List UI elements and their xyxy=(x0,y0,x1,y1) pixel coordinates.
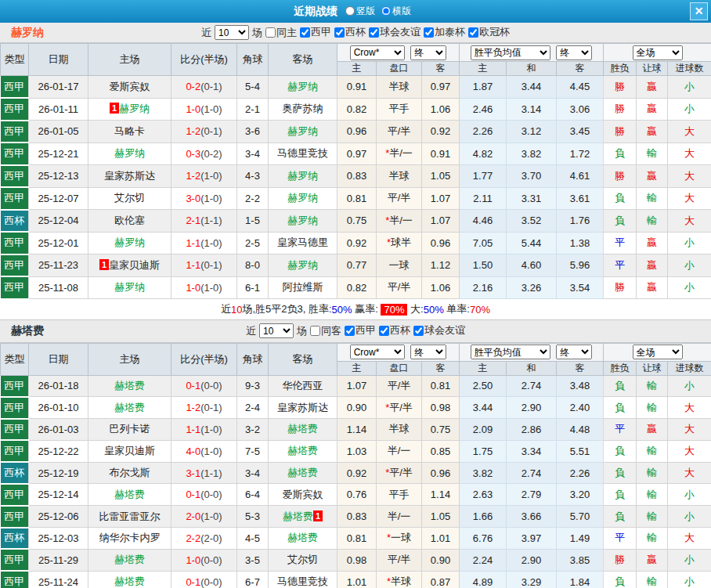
cell-handicap: 平手 xyxy=(377,484,422,506)
competition-filter[interactable]: 西杯 xyxy=(334,25,366,39)
competition-filter[interactable]: 球会友谊 xyxy=(413,323,465,337)
cell-date: 25-11-29 xyxy=(29,549,88,571)
final-avg-select[interactable]: 终 xyxy=(556,345,592,359)
final-odds-select[interactable]: 终 xyxy=(410,45,446,60)
cell-home-team: 赫塔费 xyxy=(88,549,171,571)
scope-select-cell: 全场 xyxy=(604,44,711,62)
cell-cover-result: 輸 xyxy=(637,397,668,419)
handicap-value: 平/半 xyxy=(389,402,413,413)
cell-home-odds: 0.77 xyxy=(337,254,377,277)
competition-filter[interactable]: 西杯 xyxy=(379,323,410,337)
cell-away-odds: 1.05 xyxy=(422,165,460,188)
avg-type-select[interactable]: 胜平负均值 xyxy=(471,345,550,359)
cell-away-odds: 0.85 xyxy=(422,440,460,462)
fulltime-score: 0-1 xyxy=(186,380,200,391)
halftime-score: (0-1) xyxy=(200,125,222,137)
cell-home-team: 赫塔费 xyxy=(88,375,171,397)
cell-cover-result: 贏 xyxy=(637,165,668,188)
avg-select-cell: 胜平负均值 终 xyxy=(460,343,604,361)
scope-select[interactable]: 全场 xyxy=(633,45,683,60)
close-icon[interactable]: ✕ xyxy=(690,2,708,20)
odds-company-select[interactable]: Crow* xyxy=(350,45,405,60)
competition-checkbox[interactable] xyxy=(300,27,310,38)
cell-score: 1-0(0-0) xyxy=(171,549,237,571)
halftime-score: (1-0) xyxy=(200,424,222,435)
cell-score: 3-1(1-1) xyxy=(171,462,237,484)
cell-date: 25-11-08 xyxy=(29,276,88,299)
odds-company-select[interactable]: Crow* xyxy=(350,345,405,359)
competition-filter[interactable]: 加泰杯 xyxy=(424,25,465,39)
match-count-select[interactable]: 10 xyxy=(215,25,249,40)
cell-avg-away: 5.51 xyxy=(557,440,604,462)
cell-goals-result: 大 xyxy=(668,165,711,188)
cell-avg-draw: 3.70 xyxy=(507,165,557,188)
rank-badge: 1 xyxy=(313,510,323,521)
fulltime-score: 0-1 xyxy=(186,576,200,588)
col-odds-away: 客 xyxy=(422,62,460,76)
competition-label: 欧冠杯 xyxy=(479,25,510,39)
cell-cover-result: 輸 xyxy=(637,528,668,550)
same-venue-filter[interactable]: 同客 xyxy=(310,324,341,338)
cell-score: 0-3(0-2) xyxy=(171,142,237,165)
cell-competition-type: 西杯 xyxy=(1,462,29,484)
away-team-name: 艾尔切 xyxy=(287,554,318,565)
home-team-name: 马略卡 xyxy=(114,125,145,137)
match-row: 西甲 25-11-24 赫塔费 0-1(0-0) 6-7 马德里竞技 1.01 … xyxy=(1,571,711,588)
final-odds-select[interactable]: 终 xyxy=(410,345,446,359)
same-venue-checkbox[interactable] xyxy=(310,326,320,336)
competition-filter[interactable]: 西甲 xyxy=(345,323,376,337)
filter-suffix-label: 场 xyxy=(252,26,262,40)
layout-mode-radio[interactable] xyxy=(381,6,391,16)
cell-home-odds: 0.92 xyxy=(337,232,377,254)
cell-score: 0-1(0-0) xyxy=(171,571,237,588)
away-team-name: 赫塔费 xyxy=(287,423,318,435)
filter-suffix-label: 场 xyxy=(297,324,307,338)
layout-mode-radio[interactable] xyxy=(345,6,355,16)
competition-filter[interactable]: 欧冠杯 xyxy=(468,25,510,39)
same-venue-checkbox[interactable] xyxy=(265,27,276,38)
home-team-name: 赫塔费 xyxy=(114,402,145,413)
match-count-select[interactable]: 10 xyxy=(259,323,294,338)
final-avg-select[interactable]: 终 xyxy=(556,45,592,60)
cell-score: 1-0(1-0) xyxy=(171,98,237,121)
layout-mode-label: 竖版 xyxy=(356,5,375,18)
competition-filter[interactable]: 球会友谊 xyxy=(369,25,420,39)
home-team-name: 赫罗纳 xyxy=(114,236,145,248)
cell-handicap: *平/半 xyxy=(377,397,422,419)
cell-home-odds: 1.14 xyxy=(337,419,377,441)
cell-competition-type: 西甲 xyxy=(1,440,29,462)
cell-goals-result: 大 xyxy=(668,187,711,210)
competition-checkbox[interactable] xyxy=(468,27,478,38)
scope-select[interactable]: 全场 xyxy=(633,345,683,359)
match-row: 西甲 26-01-10 赫塔费 1-2(0-1) 2-4 皇家苏斯达 0.90 … xyxy=(1,397,711,419)
competition-filter[interactable]: 西甲 xyxy=(300,25,331,39)
halftime-score: (0-0) xyxy=(200,489,222,500)
same-venue-filter[interactable]: 同主 xyxy=(265,26,297,40)
layout-mode-label: 横版 xyxy=(392,5,411,18)
cell-away-odds: 0.98 xyxy=(422,397,460,419)
competition-checkbox[interactable] xyxy=(369,27,379,38)
avg-type-select[interactable]: 胜平负均值 xyxy=(471,45,550,60)
cell-away-team: 华伦西亚 xyxy=(269,375,337,397)
home-team-name: 赫塔费 xyxy=(114,489,145,500)
competition-checkbox[interactable] xyxy=(413,326,424,336)
cell-avg-home: 2.09 xyxy=(460,419,507,441)
cell-handicap: *半/一 xyxy=(377,142,422,165)
cell-away-team: 马德里竞技 xyxy=(269,571,337,588)
layout-mode-option[interactable]: 横版 xyxy=(381,5,411,18)
cell-avg-away: 3.61 xyxy=(557,187,604,210)
layout-mode-option[interactable]: 竖版 xyxy=(345,5,375,18)
competition-checkbox[interactable] xyxy=(379,326,389,336)
competition-checkbox[interactable] xyxy=(345,326,355,336)
cell-home-team: 比雷亚雷亚尔 xyxy=(88,506,171,528)
cell-avg-home: 1.75 xyxy=(460,440,507,462)
layout-mode-group: 竖版横版 xyxy=(345,5,417,19)
cell-avg-draw: 4.60 xyxy=(507,254,557,277)
competition-label: 西杯 xyxy=(345,25,366,39)
competition-checkbox[interactable] xyxy=(334,27,345,38)
cell-handicap: 平手 xyxy=(377,98,422,121)
panel-title: 近期战绩 xyxy=(294,5,337,19)
cell-wdl-result: 平 xyxy=(604,419,637,441)
cell-away-team: 奥萨苏纳 xyxy=(269,98,337,121)
competition-checkbox[interactable] xyxy=(424,27,434,38)
